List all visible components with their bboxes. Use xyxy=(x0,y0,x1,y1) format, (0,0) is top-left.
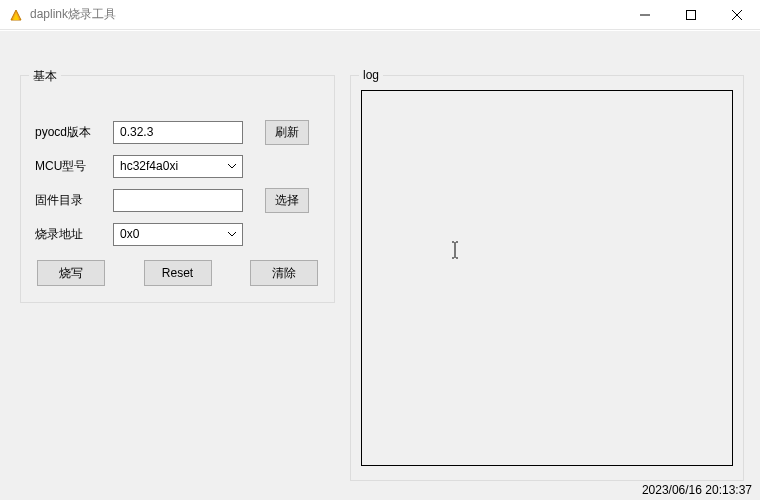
caption-buttons xyxy=(622,0,760,29)
statusbar: 2023/06/16 20:13:37 xyxy=(0,480,760,500)
burn-button[interactable]: 烧写 xyxy=(37,260,105,286)
close-button[interactable] xyxy=(714,0,760,29)
label-burn-address: 烧录地址 xyxy=(35,226,113,243)
chevron-down-icon xyxy=(226,160,238,172)
maximize-button[interactable] xyxy=(668,0,714,29)
combo-burn-address[interactable]: 0x0 xyxy=(113,223,243,246)
input-pyocd-version[interactable] xyxy=(113,121,243,144)
titlebar-left: daplink烧录工具 xyxy=(8,6,116,23)
group-basic-title: 基本 xyxy=(29,68,61,85)
label-pyocd-version: pyocd版本 xyxy=(35,124,113,141)
group-log-title: log xyxy=(359,68,383,82)
status-datetime: 2023/06/16 20:13:37 xyxy=(642,483,752,497)
row-mcu-model: MCU型号 hc32f4a0xi xyxy=(35,154,243,178)
label-mcu-model: MCU型号 xyxy=(35,158,113,175)
client-area: 基本 pyocd版本 刷新 MCU型号 hc32f4a0xi 固件目录 选择 烧… xyxy=(0,30,760,500)
clear-button[interactable]: 清除 xyxy=(250,260,318,286)
row-pyocd-version: pyocd版本 刷新 xyxy=(35,120,309,144)
row-firmware-dir: 固件目录 选择 xyxy=(35,188,309,212)
reset-button[interactable]: Reset xyxy=(144,260,212,286)
label-firmware-dir: 固件目录 xyxy=(35,192,113,209)
window-title: daplink烧录工具 xyxy=(30,6,116,23)
select-button[interactable]: 选择 xyxy=(265,188,309,213)
app-icon xyxy=(8,7,24,23)
text-cursor-icon xyxy=(450,241,460,259)
combo-mcu-model[interactable]: hc32f4a0xi xyxy=(113,155,243,178)
row-burn-address: 烧录地址 0x0 xyxy=(35,222,243,246)
titlebar: daplink烧录工具 xyxy=(0,0,760,30)
combo-burn-address-text: 0x0 xyxy=(120,227,226,241)
svg-rect-3 xyxy=(687,10,696,19)
group-basic: 基本 pyocd版本 刷新 MCU型号 hc32f4a0xi 固件目录 选择 烧… xyxy=(20,75,335,303)
combo-mcu-model-text: hc32f4a0xi xyxy=(120,159,226,173)
refresh-button[interactable]: 刷新 xyxy=(265,120,309,145)
log-textarea[interactable] xyxy=(361,90,733,466)
input-firmware-dir[interactable] xyxy=(113,189,243,212)
group-log: log xyxy=(350,75,744,481)
minimize-button[interactable] xyxy=(622,0,668,29)
chevron-down-icon xyxy=(226,228,238,240)
action-button-row: 烧写 Reset 清除 xyxy=(37,260,318,286)
